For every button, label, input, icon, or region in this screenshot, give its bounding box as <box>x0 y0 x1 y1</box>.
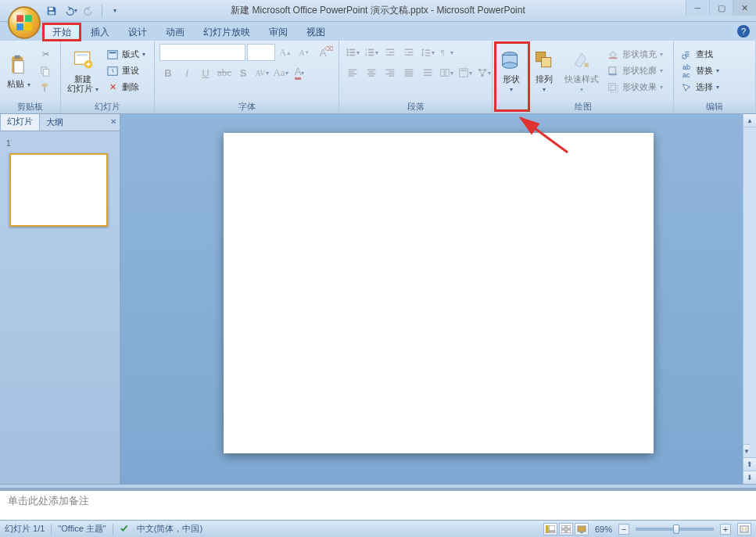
tab-home[interactable]: 开始 <box>42 23 81 41</box>
zoom-in-button[interactable]: + <box>720 524 731 535</box>
reset-button[interactable]: 重设 <box>103 63 149 79</box>
shape-effects-button[interactable]: 形状效果▾ <box>604 80 666 95</box>
align-right-button[interactable] <box>382 64 399 81</box>
statusbar: 幻灯片 1/1 "Office 主题" 中文(简体，中国) 69% − + <box>0 520 756 537</box>
italic-button[interactable]: I <box>178 64 195 81</box>
clear-formatting-button[interactable]: A⌫ <box>314 44 331 61</box>
smartart-button[interactable]: ▾ <box>475 64 493 81</box>
view-sorter-button[interactable] <box>559 523 573 535</box>
text-direction-button[interactable]: ¶▾ <box>438 44 455 61</box>
status-language[interactable]: 中文(简体，中国) <box>137 523 202 535</box>
close-panel-button[interactable]: ✕ <box>110 117 116 126</box>
tab-slideshow[interactable]: 幻灯片放映 <box>194 23 260 41</box>
shape-fill-label: 形状填充 <box>622 48 657 60</box>
maximize-button[interactable]: ▢ <box>709 0 733 16</box>
arrange-button[interactable]: 排列▾ <box>528 45 560 97</box>
grow-font-button[interactable]: A▲ <box>277 44 294 61</box>
svg-rect-22 <box>349 52 355 53</box>
select-button[interactable]: 选择▾ <box>677 80 722 95</box>
slide-canvas[interactable] <box>224 133 654 453</box>
tab-animations[interactable]: 动画 <box>156 23 194 41</box>
columns-button[interactable]: ▾ <box>438 64 455 81</box>
svg-rect-72 <box>585 63 589 67</box>
prev-slide-button[interactable]: ⬆ <box>743 457 756 471</box>
cut-button[interactable]: ✂ <box>36 47 55 63</box>
underline-button[interactable]: U <box>197 64 214 81</box>
status-zoom-value[interactable]: 69% <box>595 524 612 534</box>
view-slideshow-button[interactable] <box>575 523 589 535</box>
zoom-slider[interactable] <box>636 528 714 531</box>
spellcheck-icon[interactable] <box>120 523 131 535</box>
office-button[interactable] <box>8 6 41 39</box>
qat-customize-button[interactable]: ▾ <box>107 3 123 19</box>
strikethrough-button[interactable]: abc <box>216 64 233 81</box>
group-editing: 查找 abac替换▾ 选择▾ 编辑 <box>674 41 756 113</box>
font-family-combo[interactable] <box>159 44 245 61</box>
svg-rect-45 <box>367 70 376 70</box>
slide-editor[interactable]: ▲ ▼ ⬆ ⬇ <box>120 114 756 484</box>
find-button[interactable]: 查找 <box>677 47 722 63</box>
distributed-button[interactable] <box>419 64 436 81</box>
shrink-font-button[interactable]: A▼ <box>296 44 313 61</box>
help-icon[interactable]: ? <box>737 25 750 38</box>
undo-button[interactable]: ▾ <box>63 3 78 19</box>
svg-rect-44 <box>349 76 354 77</box>
zoom-slider-thumb[interactable] <box>673 524 679 534</box>
redo-button[interactable] <box>81 3 97 19</box>
status-slide-count[interactable]: 幻灯片 1/1 <box>5 523 45 535</box>
increase-indent-button[interactable] <box>400 44 417 61</box>
fit-to-window-button[interactable] <box>737 523 751 535</box>
tab-view[interactable]: 视图 <box>297 23 335 41</box>
justify-button[interactable] <box>400 64 417 81</box>
tab-outline[interactable]: 大纲 <box>40 114 70 131</box>
svg-rect-30 <box>368 55 374 56</box>
vertical-scrollbar[interactable]: ▲ ▼ ⬆ ⬇ <box>743 114 756 484</box>
tab-design[interactable]: 设计 <box>119 23 156 41</box>
replace-button[interactable]: abac替换▾ <box>677 63 722 79</box>
change-case-button[interactable]: Aa▾ <box>272 64 289 81</box>
align-center-button[interactable] <box>363 64 380 81</box>
close-button[interactable]: ✕ <box>733 0 756 16</box>
svg-rect-38 <box>425 52 430 53</box>
font-color-button[interactable]: A▾ <box>291 64 308 81</box>
numbering-button[interactable]: 123▾ <box>363 44 380 61</box>
svg-rect-81 <box>549 525 555 531</box>
layout-button[interactable]: 版式▾ <box>103 47 149 63</box>
align-text-button[interactable]: ▾ <box>457 64 474 81</box>
svg-rect-11 <box>42 83 48 86</box>
zoom-out-button[interactable]: − <box>618 524 629 535</box>
shapes-button[interactable]: 形状▾ <box>496 45 527 97</box>
slide-thumbnail-canvas <box>9 153 108 227</box>
format-painter-button[interactable] <box>36 80 55 95</box>
tab-slides-thumbnails[interactable]: 幻灯片 <box>0 114 40 131</box>
char-spacing-button[interactable]: AV▾ <box>253 64 271 81</box>
line-spacing-button[interactable]: ▾ <box>419 44 436 61</box>
scroll-up-button[interactable]: ▲ <box>743 114 756 127</box>
shape-fill-button[interactable]: 形状填充▾ <box>604 47 666 63</box>
svg-rect-47 <box>367 73 376 74</box>
copy-button[interactable] <box>36 63 55 79</box>
new-slide-button[interactable]: 新建 幻灯片 ▾ <box>64 45 102 97</box>
scroll-down-button[interactable]: ▼ <box>743 444 750 457</box>
save-button[interactable] <box>44 3 59 19</box>
decrease-indent-button[interactable] <box>382 44 399 61</box>
font-size-combo[interactable] <box>247 44 275 61</box>
bullets-button[interactable]: ▾ <box>344 44 361 61</box>
notes-pane[interactable]: 单击此处添加备注 <box>0 489 756 520</box>
quick-styles-button[interactable]: 快速样式▾ <box>561 45 602 97</box>
svg-rect-58 <box>424 72 432 73</box>
align-left-button[interactable] <box>344 64 361 81</box>
tab-review[interactable]: 审阅 <box>260 23 297 41</box>
tab-insert[interactable]: 插入 <box>81 23 119 41</box>
next-slide-button[interactable]: ⬇ <box>743 471 756 484</box>
paste-button[interactable]: 粘贴 ▾ <box>3 45 34 97</box>
bold-button[interactable]: B <box>159 64 177 81</box>
status-theme[interactable]: "Office 主题" <box>58 523 106 535</box>
shadow-button[interactable]: S <box>235 64 252 81</box>
slide-thumbnail-1[interactable]: 1 <box>0 131 120 238</box>
minimize-button[interactable]: ─ <box>686 0 709 16</box>
shape-outline-button[interactable]: 形状轮廓▾ <box>604 63 666 79</box>
view-normal-button[interactable] <box>543 523 557 535</box>
svg-rect-16 <box>108 50 117 59</box>
delete-slide-button[interactable]: ✕删除 <box>103 80 149 95</box>
